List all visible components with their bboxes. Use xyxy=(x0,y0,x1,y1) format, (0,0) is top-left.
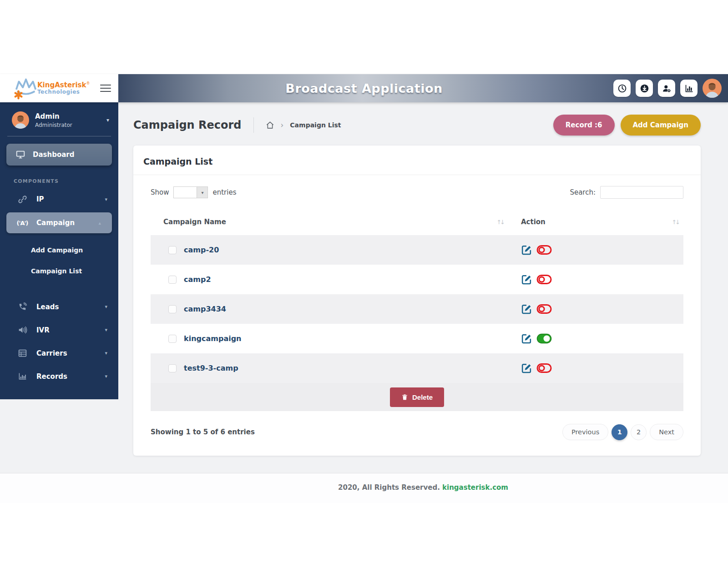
status-toggle-icon[interactable] xyxy=(536,333,552,344)
sidebar-item-label: Records xyxy=(36,372,67,381)
sidebar-item-ip[interactable]: IP ▾ xyxy=(0,188,118,211)
chevron-down-icon: ▾ xyxy=(197,187,207,198)
brand-registered-mark: ® xyxy=(86,81,90,85)
delete-button[interactable]: Delete xyxy=(390,387,444,407)
sidebar-item-label: Campaign xyxy=(36,219,75,227)
pagination-previous[interactable]: Previous xyxy=(562,424,608,440)
chevron-down-icon: ▾ xyxy=(105,196,107,202)
row-checkbox[interactable] xyxy=(168,276,177,284)
table-row: test9-3-camp xyxy=(151,353,683,383)
row-checkbox[interactable] xyxy=(168,364,177,372)
entries-select[interactable]: ▾ xyxy=(173,186,208,198)
header-vertical-divider xyxy=(253,117,254,133)
entries-summary: Showing 1 to 5 of 6 entries xyxy=(151,428,255,436)
campaign-name: camp-20 xyxy=(184,246,219,254)
speaker-icon xyxy=(17,325,27,335)
copyright-text: 2020, All Rights Reserved. xyxy=(338,483,440,492)
campaign-name: test9-3-camp xyxy=(184,364,238,372)
table-row: camp3434 xyxy=(151,294,683,324)
table-footer: Showing 1 to 5 of 6 entries Previous 1 2… xyxy=(133,411,701,454)
sort-icon[interactable]: ↑↓ xyxy=(496,219,508,226)
table-controls: Show ▾ entries Search: xyxy=(133,175,701,207)
sidebar-user-block[interactable]: Admin Administrator ▾ xyxy=(0,102,118,129)
chevron-down-icon: ▾ xyxy=(105,327,107,333)
pagination-next[interactable]: Next xyxy=(650,424,683,440)
clock-icon[interactable] xyxy=(613,80,631,97)
sidebar-item-leads[interactable]: Leads ▾ xyxy=(0,295,118,318)
sidebar-item-ivr[interactable]: IVR ▾ xyxy=(0,318,118,342)
sidebar-item-label: Carriers xyxy=(36,349,67,357)
sidebar-item-campaign-list[interactable]: Campaign List xyxy=(31,261,118,281)
campaign-list-card: Campaign List Show ▾ entries Search: Cam… xyxy=(133,146,701,456)
header-action-icons xyxy=(613,79,722,98)
page-title: Campaign Record xyxy=(133,119,242,131)
sidebar-item-add-campaign[interactable]: Add Campaign xyxy=(31,240,118,261)
bar-chart-icon xyxy=(17,372,27,382)
add-campaign-button[interactable]: Add Campaign xyxy=(621,115,701,136)
components-section-label: COMPONENTS xyxy=(14,178,118,184)
status-toggle-icon[interactable] xyxy=(536,363,552,373)
sidebar-item-label: Leads xyxy=(36,303,59,311)
broadcast-icon: ('A') xyxy=(17,218,27,228)
pagination-page-2[interactable]: 2 xyxy=(631,424,647,440)
edit-icon[interactable] xyxy=(521,303,532,315)
search-input[interactable] xyxy=(600,186,683,199)
row-checkbox[interactable] xyxy=(168,305,177,313)
statistics-icon[interactable] xyxy=(680,80,698,97)
phone-volume-icon xyxy=(17,302,27,312)
user-name: Admin xyxy=(35,112,72,121)
column-header-campaign-name[interactable]: Campaign Name ↑↓ xyxy=(151,218,508,226)
status-toggle-icon[interactable] xyxy=(536,304,552,314)
edit-icon[interactable] xyxy=(521,244,532,256)
breadcrumb-separator: › xyxy=(281,121,284,130)
sidebar-item-label: IP xyxy=(36,195,44,203)
brand-area: KingAsterisk® Technologies xyxy=(0,74,118,102)
monitor-icon xyxy=(15,150,25,160)
row-checkbox[interactable] xyxy=(168,335,177,343)
header-gradient-bar: Broadcast Application xyxy=(118,74,728,102)
sort-icon[interactable]: ↑↓ xyxy=(672,219,683,226)
column-header-action[interactable]: Action ↑↓ xyxy=(508,218,683,226)
home-icon[interactable] xyxy=(266,121,274,130)
table-header-row: Campaign Name ↑↓ Action ↑↓ xyxy=(151,209,683,235)
sidebar-item-records[interactable]: Records ▾ xyxy=(0,365,118,388)
row-checkbox[interactable] xyxy=(168,246,177,254)
campaign-table: Campaign Name ↑↓ Action ↑↓ camp-20 xyxy=(151,209,683,411)
sidebar-item-label: IVR xyxy=(36,326,50,334)
table-row: camp-20 xyxy=(151,235,683,265)
dashboard-label: Dashboard xyxy=(33,151,74,159)
download-icon[interactable] xyxy=(636,80,653,97)
chevron-down-icon[interactable]: ▾ xyxy=(106,117,109,123)
crown-asterisk-icon xyxy=(12,77,40,100)
brand-subtitle: Technologies xyxy=(37,89,90,95)
trash-icon xyxy=(401,393,408,401)
sidebar-item-campaign[interactable]: ('A') Campaign ▴ xyxy=(6,212,112,233)
app-title: Broadcast Application xyxy=(285,81,442,96)
status-toggle-icon[interactable] xyxy=(536,245,552,255)
list-table-icon xyxy=(17,348,27,358)
sidebar-divider xyxy=(7,136,111,136)
table-row: camp2 xyxy=(151,265,683,294)
edit-icon[interactable] xyxy=(521,274,532,285)
user-settings-icon[interactable] xyxy=(658,80,675,97)
chevron-up-icon: ▴ xyxy=(98,220,101,226)
edit-icon[interactable] xyxy=(521,333,532,344)
status-toggle-icon[interactable] xyxy=(536,274,552,285)
sidebar-item-carriers[interactable]: Carriers ▾ xyxy=(0,342,118,365)
footer-link[interactable]: kingasterisk.com xyxy=(442,483,508,492)
pagination-page-1[interactable]: 1 xyxy=(612,424,627,440)
user-role: Administrator xyxy=(35,122,72,128)
sidebar: Admin Administrator ▾ Dashboard COMPONEN… xyxy=(0,102,118,399)
pagination: Previous 1 2 Next xyxy=(562,424,683,440)
edit-icon[interactable] xyxy=(521,362,532,374)
kingasterisk-logo: KingAsterisk® Technologies xyxy=(12,77,90,100)
hamburger-menu-icon[interactable] xyxy=(100,82,111,94)
user-avatar[interactable] xyxy=(703,79,722,98)
campaign-name: camp3434 xyxy=(184,305,226,313)
brand-name: KingAsterisk xyxy=(37,81,86,89)
main-content: Campaign Record › Campaign List Record :… xyxy=(118,102,728,456)
top-bar: KingAsterisk® Technologies Broadcast App… xyxy=(0,74,728,102)
chevron-down-icon: ▾ xyxy=(105,350,107,356)
link-icon xyxy=(17,194,27,204)
sidebar-item-dashboard[interactable]: Dashboard xyxy=(6,144,112,166)
